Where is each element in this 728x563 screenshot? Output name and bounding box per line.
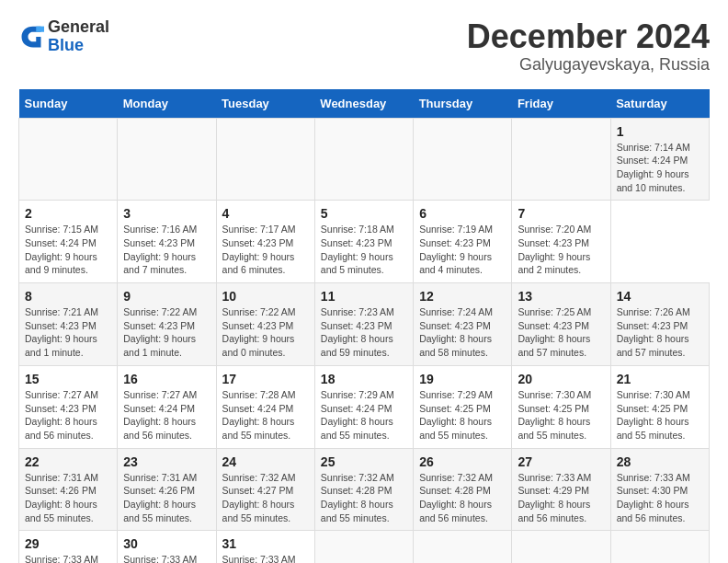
day-number: 24 — [222, 454, 309, 469]
day-info: Sunrise: 7:28 AMSunset: 4:24 PMDaylight:… — [222, 388, 309, 442]
calendar-header-row: Sunday Monday Tuesday Wednesday Thursday… — [19, 89, 710, 119]
day-info: Sunrise: 7:32 AMSunset: 4:27 PMDaylight:… — [222, 471, 309, 525]
day-number: 26 — [419, 454, 506, 469]
day-number: 21 — [617, 372, 703, 386]
day-number: 12 — [419, 289, 506, 304]
day-info: Sunrise: 7:32 AMSunset: 4:28 PMDaylight:… — [321, 471, 407, 525]
logo-icon — [18, 24, 44, 50]
calendar-table: Sunday Monday Tuesday Wednesday Thursday… — [18, 89, 710, 563]
day-number: 30 — [123, 536, 210, 551]
day-number: 23 — [123, 454, 210, 469]
calendar-cell: 3Sunrise: 7:16 AMSunset: 4:23 PMDaylight… — [118, 201, 216, 283]
day-info: Sunrise: 7:22 AMSunset: 4:23 PMDaylight:… — [123, 305, 210, 360]
calendar-cell: 7Sunrise: 7:20 AMSunset: 4:23 PMDaylight… — [512, 201, 610, 283]
col-wednesday: Wednesday — [314, 89, 413, 119]
day-number: 31 — [222, 536, 309, 551]
day-number: 29 — [25, 536, 111, 551]
calendar-cell: 15Sunrise: 7:27 AMSunset: 4:23 PMDayligh… — [19, 365, 118, 448]
day-info: Sunrise: 7:31 AMSunset: 4:26 PMDaylight:… — [123, 471, 210, 525]
title-block: December 2024 Galyugayevskaya, Russia — [467, 18, 710, 75]
day-number: 13 — [518, 289, 604, 304]
day-info: Sunrise: 7:33 AMSunset: 4:29 PMDaylight:… — [518, 471, 604, 525]
day-info: Sunrise: 7:23 AMSunset: 4:23 PMDaylight:… — [321, 305, 407, 360]
calendar-cell: 8Sunrise: 7:21 AMSunset: 4:23 PMDaylight… — [19, 283, 118, 366]
calendar-week-4: 22Sunrise: 7:31 AMSunset: 4:26 PMDayligh… — [19, 448, 710, 531]
day-info: Sunrise: 7:33 AMSunset: 4:32 PMDaylight:… — [222, 553, 309, 563]
calendar-cell: 25Sunrise: 7:32 AMSunset: 4:28 PMDayligh… — [314, 448, 413, 531]
calendar-week-3: 15Sunrise: 7:27 AMSunset: 4:23 PMDayligh… — [19, 365, 710, 448]
day-number: 6 — [419, 206, 506, 221]
day-number: 3 — [123, 206, 210, 221]
day-info: Sunrise: 7:33 AMSunset: 4:31 PMDaylight:… — [123, 553, 210, 563]
calendar-cell: 9Sunrise: 7:22 AMSunset: 4:23 PMDaylight… — [118, 283, 216, 366]
day-info: Sunrise: 7:33 AMSunset: 4:30 PMDaylight:… — [617, 471, 703, 525]
day-info: Sunrise: 7:19 AMSunset: 4:23 PMDaylight:… — [419, 223, 506, 277]
day-number: 8 — [25, 289, 111, 304]
day-number: 9 — [123, 289, 210, 304]
calendar-cell — [118, 118, 216, 201]
day-info: Sunrise: 7:24 AMSunset: 4:23 PMDaylight:… — [419, 305, 506, 360]
calendar-week-0: 1Sunrise: 7:14 AMSunset: 4:24 PMDaylight… — [19, 118, 710, 201]
month-title: December 2024 — [467, 18, 710, 55]
logo-blue: Blue — [48, 36, 84, 54]
calendar-cell: 31Sunrise: 7:33 AMSunset: 4:32 PMDayligh… — [216, 531, 314, 563]
day-number: 2 — [25, 206, 111, 221]
logo-general: General — [48, 17, 109, 36]
day-number: 27 — [518, 454, 604, 469]
calendar-cell: 21Sunrise: 7:30 AMSunset: 4:25 PMDayligh… — [610, 365, 709, 448]
day-number: 25 — [321, 454, 407, 469]
calendar-cell — [314, 531, 413, 563]
day-info: Sunrise: 7:18 AMSunset: 4:23 PMDaylight:… — [321, 223, 407, 277]
day-info: Sunrise: 7:26 AMSunset: 4:23 PMDaylight:… — [617, 305, 703, 360]
calendar-cell — [610, 531, 709, 563]
calendar-cell: 10Sunrise: 7:22 AMSunset: 4:23 PMDayligh… — [216, 283, 314, 366]
calendar-cell — [512, 531, 610, 563]
calendar-cell — [216, 118, 314, 201]
day-number: 15 — [25, 372, 111, 386]
calendar-cell: 12Sunrise: 7:24 AMSunset: 4:23 PMDayligh… — [414, 283, 512, 366]
calendar-cell — [512, 118, 610, 201]
day-info: Sunrise: 7:29 AMSunset: 4:25 PMDaylight:… — [419, 388, 506, 442]
calendar-cell — [414, 531, 512, 563]
day-info: Sunrise: 7:22 AMSunset: 4:23 PMDaylight:… — [222, 305, 309, 360]
calendar-cell: 2Sunrise: 7:15 AMSunset: 4:24 PMDaylight… — [19, 201, 118, 283]
day-number: 4 — [222, 206, 309, 221]
calendar-cell: 19Sunrise: 7:29 AMSunset: 4:25 PMDayligh… — [414, 365, 512, 448]
day-info: Sunrise: 7:16 AMSunset: 4:23 PMDaylight:… — [123, 223, 210, 277]
calendar-cell — [414, 118, 512, 201]
page-header: General Blue December 2024 Galyugayevska… — [18, 18, 710, 75]
day-info: Sunrise: 7:32 AMSunset: 4:28 PMDaylight:… — [419, 471, 506, 525]
day-number: 7 — [518, 206, 604, 221]
day-number: 18 — [321, 372, 407, 386]
calendar-cell: 20Sunrise: 7:30 AMSunset: 4:25 PMDayligh… — [512, 365, 610, 448]
day-info: Sunrise: 7:29 AMSunset: 4:24 PMDaylight:… — [321, 388, 407, 442]
day-number: 11 — [321, 289, 407, 304]
calendar-cell: 5Sunrise: 7:18 AMSunset: 4:23 PMDaylight… — [314, 201, 413, 283]
day-number: 16 — [123, 372, 210, 386]
calendar-cell: 24Sunrise: 7:32 AMSunset: 4:27 PMDayligh… — [216, 448, 314, 531]
day-info: Sunrise: 7:15 AMSunset: 4:24 PMDaylight:… — [25, 223, 111, 277]
calendar-cell: 27Sunrise: 7:33 AMSunset: 4:29 PMDayligh… — [512, 448, 610, 531]
calendar-cell: 17Sunrise: 7:28 AMSunset: 4:24 PMDayligh… — [216, 365, 314, 448]
calendar-cell: 28Sunrise: 7:33 AMSunset: 4:30 PMDayligh… — [610, 448, 709, 531]
logo-text: General Blue — [48, 18, 109, 55]
day-info: Sunrise: 7:27 AMSunset: 4:24 PMDaylight:… — [123, 388, 210, 442]
location: Galyugayevskaya, Russia — [467, 55, 710, 75]
calendar-cell — [314, 118, 413, 201]
col-sunday: Sunday — [19, 89, 118, 119]
day-number: 17 — [222, 372, 309, 386]
calendar-cell: 16Sunrise: 7:27 AMSunset: 4:24 PMDayligh… — [118, 365, 216, 448]
calendar-week-2: 8Sunrise: 7:21 AMSunset: 4:23 PMDaylight… — [19, 283, 710, 366]
day-info: Sunrise: 7:31 AMSunset: 4:26 PMDaylight:… — [25, 471, 111, 525]
day-info: Sunrise: 7:25 AMSunset: 4:23 PMDaylight:… — [518, 305, 604, 360]
calendar-cell: 22Sunrise: 7:31 AMSunset: 4:26 PMDayligh… — [19, 448, 118, 531]
calendar-cell — [19, 118, 118, 201]
calendar-cell: 4Sunrise: 7:17 AMSunset: 4:23 PMDaylight… — [216, 201, 314, 283]
day-number: 22 — [25, 454, 111, 469]
calendar-cell: 13Sunrise: 7:25 AMSunset: 4:23 PMDayligh… — [512, 283, 610, 366]
logo: General Blue — [18, 18, 109, 55]
col-tuesday: Tuesday — [216, 89, 314, 119]
calendar-cell: 14Sunrise: 7:26 AMSunset: 4:23 PMDayligh… — [610, 283, 709, 366]
day-number: 28 — [617, 454, 703, 469]
day-number: 10 — [222, 289, 309, 304]
